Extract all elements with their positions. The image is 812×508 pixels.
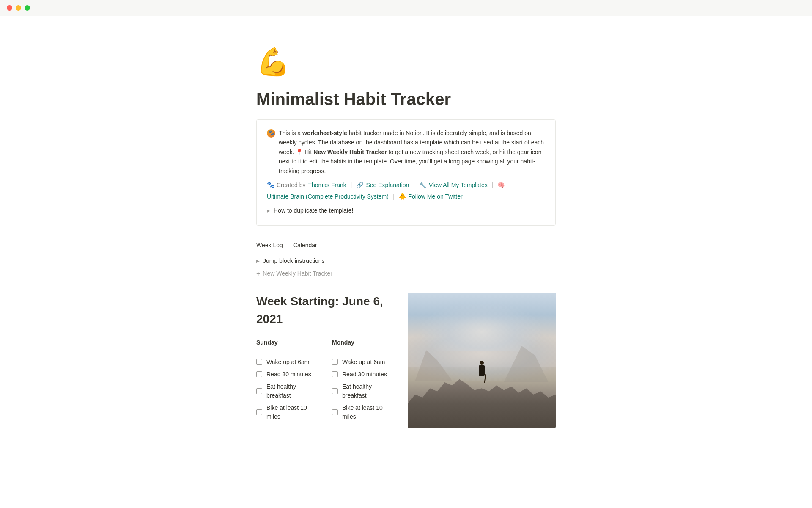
monday-heading: Monday xyxy=(332,338,391,351)
painting-canvas xyxy=(408,293,556,428)
author-avatar: 🐾 xyxy=(267,129,275,138)
templates-icon: 🔧 xyxy=(419,181,426,190)
toggle-arrow-icon: ▶ xyxy=(267,207,270,214)
week-content: Week Starting: June 6, 2021 Sunday Wake … xyxy=(256,293,391,430)
monday-checkbox-4[interactable] xyxy=(332,409,338,415)
jump-block[interactable]: ▶ Jump block instructions xyxy=(256,257,556,265)
sunday-habit-label-2: Read 30 minutes xyxy=(266,370,311,379)
jump-arrow-icon: ▶ xyxy=(256,258,260,264)
bold-new-tracker: New Weekly Habit Tracker xyxy=(313,149,387,155)
info-description: 🐾 This is a worksheet-style habit tracke… xyxy=(267,128,545,176)
painting-clouds xyxy=(422,304,541,351)
author-link[interactable]: Thomas Frank xyxy=(308,181,346,190)
sunday-habit-2: Read 30 minutes xyxy=(256,368,315,381)
sunday-heading: Sunday xyxy=(256,338,315,351)
info-box: 🐾 This is a worksheet-style habit tracke… xyxy=(256,119,556,226)
monday-habit-3: Eat healthy breakfast xyxy=(332,381,391,402)
toggle-label: How to duplicate the template! xyxy=(274,206,353,215)
sunday-habit-4: Bike at least 10 miles xyxy=(256,402,315,423)
page-icon: 💪 xyxy=(256,41,556,82)
jump-block-label: Jump block instructions xyxy=(263,257,325,265)
author-icon: 🐾 xyxy=(267,181,274,190)
sep4: | xyxy=(393,192,395,201)
figure-body xyxy=(479,365,485,376)
follow-twitter-link[interactable]: Follow Me on Twitter xyxy=(409,192,463,201)
info-text-body: This is a worksheet-style habit tracker … xyxy=(279,128,545,176)
monday-habit-label-3: Eat healthy breakfast xyxy=(342,382,391,400)
monday-habit-2: Read 30 minutes xyxy=(332,368,391,381)
close-button[interactable] xyxy=(7,5,12,11)
monday-habit-label-2: Read 30 minutes xyxy=(342,370,387,379)
sunday-checkbox-1[interactable] xyxy=(256,359,262,365)
plus-icon: + xyxy=(256,269,260,279)
sunday-habit-1: Wake up at 6am xyxy=(256,356,315,368)
monday-checkbox-1[interactable] xyxy=(332,359,338,365)
monday-checkbox-2[interactable] xyxy=(332,371,338,377)
monday-habit-1: Wake up at 6am xyxy=(332,356,391,368)
duplicate-toggle[interactable]: ▶ How to duplicate the template! xyxy=(267,204,545,217)
sunday-checkbox-4[interactable] xyxy=(256,409,262,415)
bold-worksheet: worksheet-style xyxy=(302,130,347,136)
sep2: | xyxy=(413,181,415,190)
section-nav: Week Log | Calendar xyxy=(256,239,556,251)
titlebar xyxy=(0,0,812,16)
monday-column: Monday Wake up at 6am Read 30 minutes Ea… xyxy=(332,338,391,430)
sunday-habit-label-1: Wake up at 6am xyxy=(266,358,309,367)
new-tracker-button[interactable]: + New Weekly Habit Tracker xyxy=(256,269,556,279)
figure-head xyxy=(480,361,484,365)
monday-habit-label-1: Wake up at 6am xyxy=(342,358,385,367)
days-grid: Sunday Wake up at 6am Read 30 minutes Ea… xyxy=(256,338,391,430)
see-explanation-link[interactable]: See Explanation xyxy=(366,181,409,190)
main-content: 💪 Minimalist Habit Tracker 🐾 This is a w… xyxy=(216,16,596,455)
nav-separator: | xyxy=(287,240,289,250)
sep1: | xyxy=(351,181,352,190)
view-templates-link[interactable]: View All My Templates xyxy=(429,181,488,190)
week-log-tab[interactable]: Week Log xyxy=(256,239,283,251)
created-by-label: Created by xyxy=(277,181,305,190)
sunday-checkbox-2[interactable] xyxy=(256,371,262,377)
sunday-column: Sunday Wake up at 6am Read 30 minutes Ea… xyxy=(256,338,315,430)
brain-icon: 🧠 xyxy=(497,181,505,190)
sunday-habit-label-4: Bike at least 10 miles xyxy=(266,403,315,421)
page-title: Minimalist Habit Tracker xyxy=(256,89,556,109)
monday-habit-4: Bike at least 10 miles xyxy=(332,402,391,423)
sunday-habit-3: Eat healthy breakfast xyxy=(256,381,315,402)
explanation-icon: 🔗 xyxy=(356,181,363,190)
painting-image xyxy=(408,293,556,428)
maximize-button[interactable] xyxy=(25,5,30,11)
week-heading: Week Starting: June 6, 2021 xyxy=(256,293,391,328)
painting-figure-container xyxy=(479,361,485,376)
ultimate-brain-link[interactable]: Ultimate Brain (Complete Productivity Sy… xyxy=(267,192,389,201)
sunday-habit-label-3: Eat healthy breakfast xyxy=(266,382,315,400)
new-tracker-label: New Weekly Habit Tracker xyxy=(263,269,332,278)
monday-checkbox-3[interactable] xyxy=(332,388,338,394)
info-links: 🐾 Created by Thomas Frank | 🔗 See Explan… xyxy=(267,181,545,201)
calendar-tab[interactable]: Calendar xyxy=(293,239,317,251)
monday-habit-label-4: Bike at least 10 miles xyxy=(342,403,391,421)
minimize-button[interactable] xyxy=(16,5,21,11)
sep3: | xyxy=(492,181,494,190)
twitter-icon: 🐥 xyxy=(399,192,406,201)
week-section: Week Starting: June 6, 2021 Sunday Wake … xyxy=(256,293,556,430)
sunday-checkbox-3[interactable] xyxy=(256,388,262,394)
